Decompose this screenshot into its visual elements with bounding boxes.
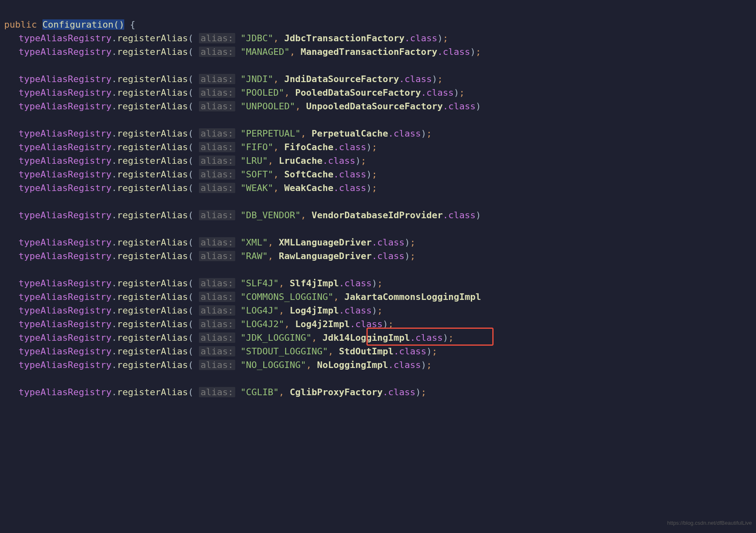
code-line: typeAliasRegistry.registerAlias( alias: …	[4, 290, 756, 304]
receiver-object: typeAliasRegistry	[19, 292, 111, 302]
method-call: registerAlias	[117, 346, 188, 356]
class-name: PooledDataSourceFactory	[295, 87, 421, 98]
parameter-hint: alias:	[199, 101, 235, 111]
alias-string: "LRU"	[241, 156, 268, 166]
receiver-object: typeAliasRegistry	[19, 237, 111, 248]
receiver-object: typeAliasRegistry	[19, 278, 111, 288]
method-call: registerAlias	[117, 305, 188, 316]
parameter-hint: alias:	[199, 183, 235, 193]
parameter-hint: alias:	[199, 128, 235, 139]
method-call: registerAlias	[117, 183, 188, 193]
alias-string: "WEAK"	[241, 183, 273, 193]
parameter-hint: alias:	[199, 360, 235, 370]
method-call: registerAlias	[117, 74, 188, 84]
class-name: RawLanguageDriver	[279, 251, 372, 261]
alias-string: "UNPOOLED"	[241, 101, 295, 111]
class-name: Log4jImpl	[290, 305, 339, 316]
parameter-hint: alias:	[199, 47, 235, 57]
code-line: typeAliasRegistry.registerAlias( alias: …	[4, 154, 756, 167]
receiver-object: typeAliasRegistry	[19, 360, 111, 370]
method-call: registerAlias	[117, 210, 188, 220]
method-call: registerAlias	[117, 237, 188, 248]
alias-string: "MANAGED"	[241, 47, 290, 57]
class-name: JdbcTransactionFactory	[284, 33, 404, 43]
code-line: typeAliasRegistry.registerAlias( alias: …	[4, 276, 756, 290]
class-name: Jdk14LoggingImpl	[323, 333, 410, 343]
receiver-object: typeAliasRegistry	[19, 74, 111, 84]
parameter-hint: alias:	[199, 305, 235, 316]
code-line	[4, 113, 756, 127]
parameter-hint: alias:	[199, 278, 235, 288]
alias-string: "JDBC"	[241, 33, 273, 43]
class-name: JakartaCommonsLoggingImpl	[345, 292, 481, 302]
method-call: registerAlias	[117, 333, 188, 343]
alias-string: "POOLED"	[241, 87, 284, 98]
class-name: PerpetualCache	[312, 128, 388, 139]
watermark-text: https://blog.csdn.net/dfBeautifulLive	[667, 516, 752, 530]
code-line: typeAliasRegistry.registerAlias( alias: …	[4, 208, 756, 222]
method-call: registerAlias	[117, 292, 188, 302]
receiver-object: typeAliasRegistry	[19, 33, 111, 43]
class-name: StdOutImpl	[339, 346, 393, 356]
class-name: ManagedTransactionFactory	[301, 47, 437, 57]
parameter-hint: alias:	[199, 319, 235, 329]
receiver-object: typeAliasRegistry	[19, 387, 111, 397]
method-call: registerAlias	[117, 251, 188, 261]
receiver-object: typeAliasRegistry	[19, 169, 111, 179]
method-call: registerAlias	[117, 169, 188, 179]
parameter-hint: alias:	[199, 156, 235, 166]
code-line: typeAliasRegistry.registerAlias( alias: …	[4, 331, 756, 344]
receiver-object: typeAliasRegistry	[19, 346, 111, 356]
method-call: registerAlias	[117, 101, 188, 111]
class-name: SoftCache	[284, 169, 333, 179]
parameter-hint: alias:	[199, 251, 235, 261]
alias-string: "JNDI"	[241, 74, 273, 84]
parameter-hint: alias:	[199, 87, 235, 98]
receiver-object: typeAliasRegistry	[19, 333, 111, 343]
class-name: XMLLanguageDriver	[279, 237, 372, 248]
code-lines-container: typeAliasRegistry.registerAlias( alias: …	[4, 31, 756, 399]
code-line: typeAliasRegistry.registerAlias( alias: …	[4, 86, 756, 99]
class-name: JndiDataSourceFactory	[284, 74, 399, 84]
method-call: registerAlias	[117, 278, 188, 288]
code-line: typeAliasRegistry.registerAlias( alias: …	[4, 127, 756, 140]
alias-string: "SLF4J"	[241, 278, 279, 288]
parameter-hint: alias:	[199, 387, 235, 397]
code-line: typeAliasRegistry.registerAlias( alias: …	[4, 249, 756, 263]
code-line: typeAliasRegistry.registerAlias( alias: …	[4, 181, 756, 195]
receiver-object: typeAliasRegistry	[19, 251, 111, 261]
class-name: CglibProxyFactory	[290, 387, 383, 397]
receiver-object: typeAliasRegistry	[19, 156, 111, 166]
alias-string: "RAW"	[241, 251, 268, 261]
code-line: typeAliasRegistry.registerAlias( alias: …	[4, 317, 756, 331]
code-line: typeAliasRegistry.registerAlias( alias: …	[4, 99, 756, 113]
method-call: registerAlias	[117, 33, 188, 43]
code-line	[4, 59, 756, 72]
alias-string: "SOFT"	[241, 169, 273, 179]
alias-string: "STDOUT_LOGGING"	[241, 346, 328, 356]
code-line	[4, 195, 756, 208]
code-line: typeAliasRegistry.registerAlias( alias: …	[4, 140, 756, 154]
code-line: typeAliasRegistry.registerAlias( alias: …	[4, 72, 756, 86]
code-line: typeAliasRegistry.registerAlias( alias: …	[4, 385, 756, 399]
receiver-object: typeAliasRegistry	[19, 142, 111, 152]
alias-string: "XML"	[241, 237, 268, 248]
method-call: registerAlias	[117, 156, 188, 166]
parameter-hint: alias:	[199, 169, 235, 179]
method-call: registerAlias	[117, 360, 188, 370]
alias-string: "PERPETUAL"	[241, 128, 301, 139]
parameter-hint: alias:	[199, 292, 235, 302]
method-call: registerAlias	[117, 87, 188, 98]
receiver-object: typeAliasRegistry	[19, 183, 111, 193]
parameter-hint: alias:	[199, 74, 235, 84]
receiver-object: typeAliasRegistry	[19, 87, 111, 98]
modifier-keyword: public	[4, 19, 37, 30]
class-name: FifoCache	[284, 142, 333, 152]
receiver-object: typeAliasRegistry	[19, 128, 111, 139]
alias-string: "CGLIB"	[241, 387, 279, 397]
code-line: typeAliasRegistry.registerAlias( alias: …	[4, 358, 756, 372]
code-line: typeAliasRegistry.registerAlias( alias: …	[4, 45, 756, 59]
code-line: typeAliasRegistry.registerAlias( alias: …	[4, 304, 756, 317]
method-call: registerAlias	[117, 47, 188, 57]
code-editor[interactable]: public Configuration() {typeAliasRegistr…	[4, 4, 756, 413]
